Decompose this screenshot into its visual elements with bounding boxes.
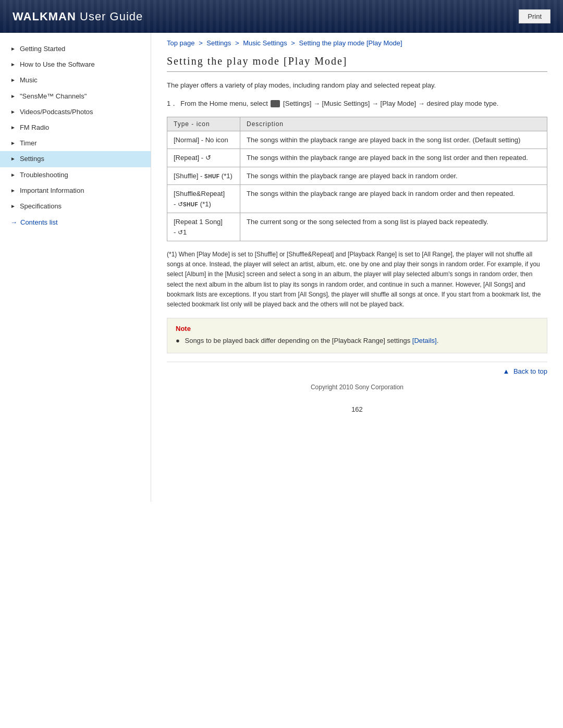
- note-text: Songs to be played back differ depending…: [185, 337, 412, 344]
- step-1: 1． From the Home menu, select [Settings]…: [167, 98, 547, 109]
- note-period: .: [437, 337, 439, 344]
- arrow-icon: ►: [10, 171, 16, 179]
- sidebar-item-fm-radio[interactable]: ► FM Radio: [0, 120, 151, 135]
- settings-icon: [271, 100, 280, 107]
- sidebar-item-sensme[interactable]: ► "SensMe™ Channels": [0, 89, 151, 104]
- step-text-before: From the Home menu, select: [180, 100, 270, 107]
- sidebar-item-label: Videos/Podcasts/Photos: [20, 107, 93, 117]
- breadcrumb-sep: >: [291, 39, 297, 47]
- desc-repeat1: The current song or the song selected fr…: [240, 213, 547, 241]
- sidebar-item-getting-started[interactable]: ► Getting Started: [0, 41, 151, 57]
- breadcrumb-top[interactable]: Top page: [167, 39, 195, 47]
- table-row: [Repeat 1 Song]- ↺1 The current song or …: [167, 213, 547, 241]
- step-end: desired play mode type.: [426, 100, 498, 107]
- breadcrumb-sep: >: [235, 39, 241, 47]
- table-row: [Normal] - No icon The songs within the …: [167, 131, 547, 149]
- step-content: From the Home menu, select [Settings] → …: [180, 98, 498, 109]
- breadcrumb: Top page > Settings > Music Settings > S…: [167, 33, 547, 51]
- contents-arrow-icon: →: [10, 218, 17, 226]
- note-box: Note ● Songs to be played back differ de…: [167, 318, 547, 353]
- sidebar-item-specifications[interactable]: ► Specifications: [0, 199, 151, 214]
- step-arrow2: →: [372, 100, 378, 107]
- step-number: 1．: [167, 98, 177, 109]
- sidebar-item-label: Specifications: [20, 202, 62, 211]
- sidebar-item-music[interactable]: ► Music: [0, 72, 151, 88]
- contents-list-link[interactable]: → Contents list: [0, 214, 151, 230]
- desc-shuffle: The songs within the playback range are …: [240, 167, 547, 185]
- app-title-normal: User Guide: [76, 10, 143, 23]
- breadcrumb-music-settings[interactable]: Music Settings: [243, 39, 287, 47]
- arrow-icon: ►: [10, 77, 16, 84]
- back-to-top-label: Back to top: [513, 367, 547, 375]
- sidebar-item-important-info[interactable]: ► Important Information: [0, 183, 151, 199]
- breadcrumb-current[interactable]: Setting the play mode [Play Mode]: [299, 39, 402, 47]
- main-content: Top page > Settings > Music Settings > S…: [151, 33, 563, 502]
- back-to-top-arrow-icon: ▲: [503, 367, 509, 375]
- sidebar-item-settings[interactable]: ► Settings: [0, 151, 151, 167]
- footnote-content: (*1) When [Play Mode] is set to [Shuffle…: [167, 251, 541, 308]
- step-arrow3: →: [418, 100, 425, 107]
- arrow-icon: ►: [10, 108, 16, 116]
- breadcrumb-sep: >: [199, 39, 204, 47]
- sidebar-item-label: Important Information: [20, 186, 84, 195]
- arrow-icon: ►: [10, 124, 16, 131]
- step-arrow1: →: [313, 100, 320, 107]
- type-shuffle-repeat: [Shuffle&Repeat]- ↺SHUF (*1): [167, 185, 240, 213]
- header: WALKMAN User Guide Print: [0, 0, 563, 33]
- print-button[interactable]: Print: [519, 9, 550, 23]
- sidebar-item-how-to-use[interactable]: ► How to Use the Software: [0, 57, 151, 72]
- note-item: ● Songs to be played back differ dependi…: [176, 336, 538, 347]
- step-bracket2: [Music Settings]: [322, 100, 372, 107]
- breadcrumb-settings[interactable]: Settings: [206, 39, 231, 47]
- contents-list-label: Contents list: [20, 218, 58, 226]
- sidebar-item-label: How to Use the Software: [20, 60, 95, 69]
- sidebar-item-label: Timer: [20, 139, 37, 148]
- desc-shuffle-repeat: The songs within the playback range are …: [240, 185, 547, 213]
- arrow-icon: ►: [10, 93, 16, 100]
- page-number: 162: [167, 401, 547, 422]
- app-title: WALKMAN User Guide: [13, 10, 143, 23]
- table-header-row: Type - icon Description: [167, 117, 547, 131]
- type-shuffle: [Shuffle] - SHUF (*1): [167, 167, 240, 185]
- type-normal: [Normal] - No icon: [167, 131, 240, 149]
- back-to-top-link[interactable]: ▲ Back to top: [503, 367, 547, 375]
- play-mode-table: Type - icon Description [Normal] - No ic…: [167, 117, 547, 242]
- col-desc: Description: [240, 117, 547, 131]
- sidebar-item-label: Troubleshooting: [20, 170, 68, 180]
- arrow-icon: ►: [10, 203, 16, 210]
- sidebar-item-videos[interactable]: ► Videos/Podcasts/Photos: [0, 104, 151, 120]
- type-repeat: [Repeat] - ↺: [167, 149, 240, 167]
- sidebar-item-label: Music: [20, 76, 38, 85]
- arrow-icon: ►: [10, 187, 16, 194]
- note-title: Note: [176, 325, 538, 332]
- step-bracket1: [Settings]: [283, 100, 313, 107]
- table-row: [Repeat] - ↺ The songs within the playba…: [167, 149, 547, 167]
- arrow-icon: ►: [10, 155, 16, 163]
- col-type: Type - icon: [167, 117, 240, 131]
- copyright: Copyright 2010 Sony Corporation: [167, 378, 547, 401]
- page-footer: ▲ Back to top: [167, 362, 547, 378]
- type-repeat1: [Repeat 1 Song]- ↺1: [167, 213, 240, 241]
- sidebar-item-label: Settings: [20, 154, 44, 164]
- page-layout: ► Getting Started ► How to Use the Softw…: [0, 33, 563, 502]
- desc-repeat: The songs within the playback range are …: [240, 149, 547, 167]
- arrow-icon: ►: [10, 140, 16, 147]
- footnote-text: (*1) When [Play Mode] is set to [Shuffle…: [167, 250, 547, 310]
- desc-normal: The songs within the playback range are …: [240, 131, 547, 149]
- step-bracket3: [Play Mode]: [381, 100, 418, 107]
- sidebar-item-label: Getting Started: [20, 44, 65, 54]
- sidebar-item-troubleshooting[interactable]: ► Troubleshooting: [0, 167, 151, 183]
- details-link[interactable]: [Details]: [412, 337, 437, 344]
- arrow-icon: ►: [10, 61, 16, 68]
- sidebar-item-label: "SensMe™ Channels": [20, 92, 87, 101]
- bullet-icon: ●: [176, 337, 180, 344]
- table-row: [Shuffle] - SHUF (*1) The songs within t…: [167, 167, 547, 185]
- sidebar-item-label: FM Radio: [20, 123, 49, 132]
- table-row: [Shuffle&Repeat]- ↺SHUF (*1) The songs w…: [167, 185, 547, 213]
- intro-text: The player offers a variety of play mode…: [167, 80, 547, 91]
- arrow-icon: ►: [10, 45, 16, 53]
- app-title-bold: WALKMAN: [13, 10, 76, 23]
- sidebar-item-timer[interactable]: ► Timer: [0, 135, 151, 151]
- page-title: Setting the play mode [Play Mode]: [167, 55, 547, 72]
- sidebar: ► Getting Started ► How to Use the Softw…: [0, 33, 151, 502]
